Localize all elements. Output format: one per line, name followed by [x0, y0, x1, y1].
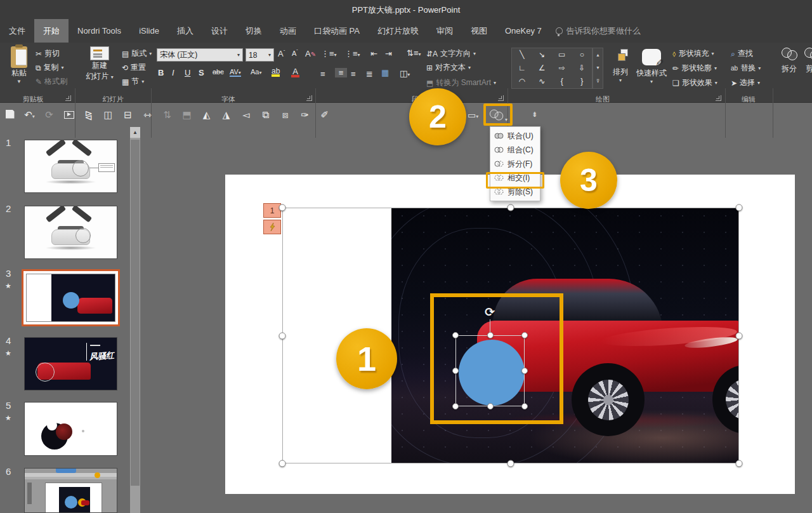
tab-islide[interactable]: iSlide — [130, 19, 168, 43]
shape-down-arrow-icon[interactable]: ⇩ — [572, 62, 593, 75]
shape-curve-icon[interactable]: ∿ — [532, 75, 553, 88]
shape-arrow-icon[interactable]: ↘ — [532, 48, 553, 62]
thumbnails-scrollbar-thumb[interactable] — [131, 140, 140, 486]
change-case-button[interactable]: Aa▾ — [251, 68, 261, 76]
shadow-button[interactable]: S — [199, 68, 204, 77]
slideshow-icon[interactable] — [59, 110, 79, 121]
align-right-objects-icon[interactable]: ⊟ — [118, 109, 138, 121]
tab-onekey[interactable]: OneKey 7 — [496, 19, 551, 43]
shapes-gallery-scroll[interactable]: ▲▼⊽ — [593, 48, 603, 89]
shape-brace-right-icon[interactable]: } — [572, 75, 593, 88]
distribute-horizontal-icon[interactable]: ⇿ — [138, 109, 157, 121]
shape-oval-icon[interactable]: ○ — [572, 48, 593, 62]
shape-arc-icon[interactable]: ◠ — [512, 75, 532, 88]
justify-button[interactable]: ≣ — [366, 69, 373, 79]
tab-animations[interactable]: 动画 — [271, 19, 305, 43]
rectangle-tool-icon[interactable]: ▭▾ — [468, 110, 478, 120]
align-top-icon[interactable]: ⬒ — [177, 109, 197, 121]
shape-effects-button[interactable]: ❏形状效果▾ — [672, 77, 717, 88]
italic-button[interactable]: I — [172, 68, 174, 77]
bold-button[interactable]: B — [158, 68, 164, 77]
selection-handle[interactable] — [279, 333, 286, 340]
thumbnails-scroll-up-button[interactable]: ▲ — [130, 127, 140, 138]
clip-shapes-button[interactable]: 剪 — [804, 48, 812, 74]
tab-view[interactable]: 视图 — [462, 19, 496, 43]
eyedropper-icon[interactable]: ✐ — [315, 109, 334, 121]
character-spacing-button[interactable]: AV▾ — [230, 68, 241, 77]
shape-brace-left-icon[interactable]: { — [552, 75, 572, 88]
shapes-gallery[interactable]: ╲↘▭○ ∟∠⇨⇩ ◠∿{} — [511, 48, 593, 89]
shape-rectangle-icon[interactable]: ▭ — [552, 48, 572, 62]
bullets-button[interactable]: ⋮≡▾ — [321, 49, 337, 58]
group-icon[interactable]: ⧉ — [256, 109, 275, 121]
shape-elbow-icon[interactable]: ∟ — [512, 62, 532, 75]
tab-pocket-animation[interactable]: 口袋动画 PA — [305, 19, 369, 43]
shape-elbow-arrow-icon[interactable]: ∠ — [532, 62, 553, 75]
tab-design[interactable]: 设计 — [202, 19, 237, 43]
rotate-icon[interactable]: ◭ — [197, 109, 216, 121]
selection-handle[interactable] — [736, 204, 743, 211]
columns-button[interactable]: ◫▾ — [400, 69, 410, 78]
increase-indent-button[interactable]: ⇥ — [385, 49, 392, 58]
slide-6-thumbnail[interactable] — [24, 468, 117, 513]
font-size-combo[interactable]: 18▾ — [246, 48, 274, 62]
align-left-button[interactable]: ≡ — [320, 69, 325, 79]
align-center-button[interactable]: ≡ — [335, 68, 347, 77]
split-shapes-button[interactable]: 拆分 — [782, 48, 798, 74]
flip-horizontal-icon[interactable]: ◮ — [216, 109, 236, 121]
font-color-button[interactable]: A — [291, 67, 299, 77]
copy-button[interactable]: ⧉复制▾ — [36, 62, 64, 73]
flip-vertical-icon[interactable]: ◅ — [236, 109, 256, 121]
reset-button[interactable]: ⟲重置 — [122, 62, 146, 73]
align-text-button[interactable]: ⊞对齐文本▾ — [426, 62, 471, 73]
slide-2-thumbnail[interactable] — [24, 206, 117, 259]
strikethrough-button[interactable]: abc — [213, 68, 224, 76]
tab-file[interactable]: 文件 — [0, 19, 34, 43]
arrange-button[interactable]: 排列 ▾ — [608, 49, 633, 83]
selection-handle[interactable] — [508, 204, 514, 211]
tab-home[interactable]: 开始 — [34, 19, 69, 43]
layout-button[interactable]: ▤版式▾ — [122, 48, 152, 59]
find-button[interactable]: ⌕查找 — [731, 48, 753, 59]
save-icon[interactable] — [0, 110, 20, 121]
distribute-vertical-icon[interactable]: ⇅ — [157, 109, 177, 121]
animation-trigger-tag[interactable] — [263, 220, 281, 234]
slide-4-thumbnail[interactable]: 风骚红 — [24, 337, 117, 390]
quick-styles-button[interactable]: 快速样式 ▾ — [634, 49, 669, 84]
align-center-objects-icon[interactable]: ◫ — [98, 109, 118, 121]
line-spacing-button[interactable]: ⇅≡▾ — [407, 48, 421, 58]
format-painter-button[interactable]: ✎格式刷 — [36, 76, 67, 87]
new-slide-button[interactable]: 新建 幻灯片 ▾ — [81, 46, 118, 82]
paste-button[interactable]: 粘贴 ▼ — [5, 46, 33, 84]
paragraph-dialog-launcher[interactable] — [498, 95, 504, 101]
select-button[interactable]: ➤选择▾ — [731, 77, 760, 88]
text-direction-button[interactable]: ⇵A文字方向▾ — [426, 48, 476, 59]
toolbar-overflow-icon[interactable]: ⇟ — [532, 110, 537, 119]
cut-button[interactable]: ✂剪切 — [36, 48, 60, 59]
convert-smartart-button[interactable]: ⬒转换为 SmartArt▾ — [426, 77, 496, 88]
menu-item-fragment[interactable]: 拆分(F) — [490, 157, 540, 171]
numbering-button[interactable]: ⋮≡▾ — [344, 49, 360, 58]
selection-handle[interactable] — [736, 460, 743, 467]
animation-tag-1[interactable]: 1 — [263, 203, 281, 218]
shrink-font-button[interactable]: Aˇ — [292, 49, 298, 57]
selection-handle[interactable] — [508, 460, 514, 467]
tab-nordri-tools[interactable]: Nordri Tools — [69, 19, 130, 43]
shape-fill-button[interactable]: ⬨形状填充▾ — [672, 48, 714, 59]
drawing-dialog-launcher[interactable] — [716, 95, 721, 101]
ungroup-icon[interactable]: ⧈ — [275, 109, 295, 121]
align-left-objects-icon[interactable]: ⧎ — [79, 109, 98, 121]
selection-handle[interactable] — [736, 333, 743, 340]
shape-outline-button[interactable]: ✏形状轮廓▾ — [672, 63, 717, 74]
slide-5-thumbnail[interactable] — [24, 402, 117, 456]
tab-transitions[interactable]: 切换 — [237, 19, 271, 43]
tab-slideshow[interactable]: 幻灯片放映 — [369, 19, 428, 43]
clipboard-dialog-launcher[interactable] — [65, 95, 71, 101]
menu-item-union[interactable]: 联合(U) — [490, 129, 540, 143]
undo-icon[interactable]: ↶▾ — [20, 109, 39, 121]
slide-1-thumbnail[interactable] — [24, 140, 117, 193]
replace-button[interactable]: ab替换▾ — [731, 63, 761, 74]
clear-formatting-button[interactable]: A✎ — [305, 49, 316, 58]
selection-handle[interactable] — [279, 204, 286, 211]
menu-item-combine[interactable]: 组合(C) — [490, 143, 540, 157]
